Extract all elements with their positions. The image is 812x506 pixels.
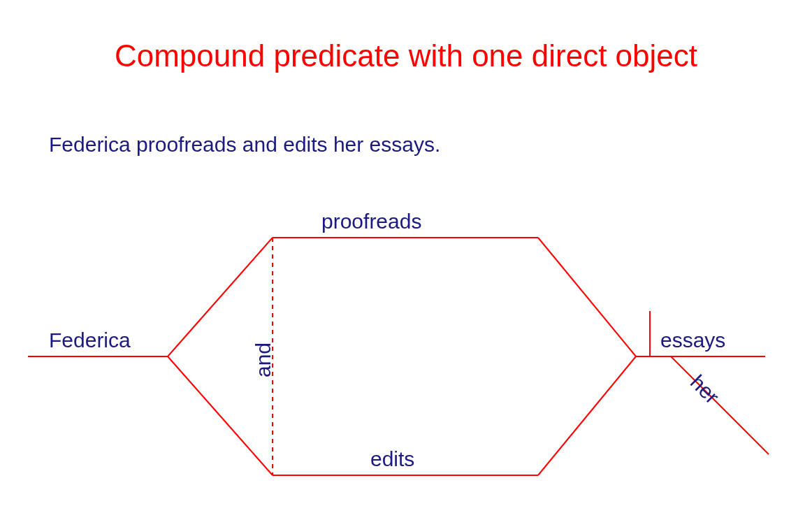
merge-up-line <box>538 238 636 356</box>
modifier-line <box>671 356 769 454</box>
diagram-stage: Compound predicate with one direct objec… <box>0 0 812 506</box>
label-conjunction: and <box>252 342 275 377</box>
merge-down-line <box>538 356 636 475</box>
diagram-lines <box>0 0 812 506</box>
label-subject: Federica <box>49 328 131 352</box>
split-up-line <box>168 238 273 356</box>
label-object: essays <box>660 328 725 352</box>
label-verb1: proofreads <box>321 210 421 233</box>
label-verb2: edits <box>370 447 414 471</box>
